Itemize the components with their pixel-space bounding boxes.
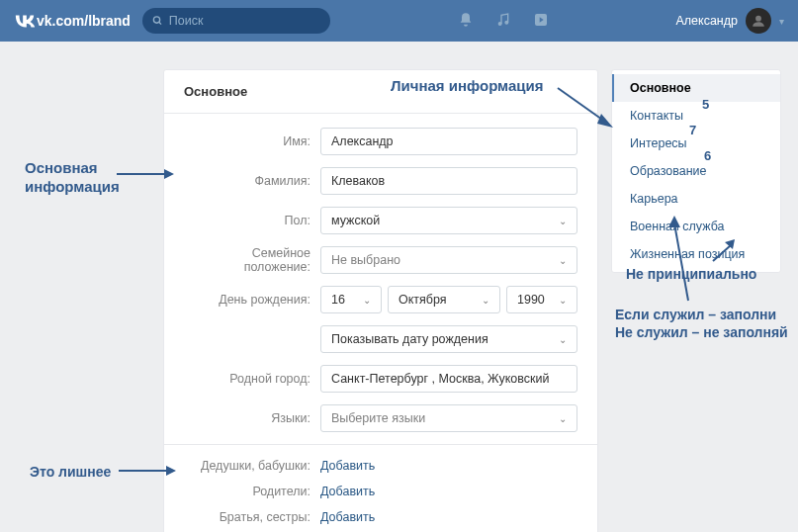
svg-point-2	[498, 22, 501, 25]
label-hometown: Родной город:	[184, 372, 320, 386]
main-form-card: Основное Имя: Фамилия: Пол: мужской ⌄	[163, 69, 598, 532]
sidebar-item-contacts[interactable]: Контакты	[612, 102, 780, 130]
label-languages: Языки:	[184, 411, 320, 425]
page-url: vk.com/lbrand	[37, 13, 131, 29]
sidebar-item-life-position[interactable]: Жизненная позиция	[612, 240, 780, 268]
select-marital[interactable]: Не выбрано ⌄	[320, 246, 577, 274]
svg-line-1	[159, 22, 161, 24]
bell-icon[interactable]	[458, 12, 474, 31]
play-icon[interactable]	[533, 12, 549, 31]
chevron-down-icon: ⌄	[559, 216, 567, 226]
header-username: Александр	[675, 14, 738, 28]
sidebar-item-interests[interactable]: Интересы	[612, 130, 780, 157]
anno-served: Если служил – заполни Не служил – не зап…	[615, 307, 788, 341]
top-header: vk.com/lbrand Александр ▾	[0, 0, 798, 42]
svg-point-0	[153, 17, 159, 23]
input-hometown[interactable]	[320, 365, 577, 393]
add-siblings-link[interactable]: Добавить	[320, 510, 375, 524]
vk-logo[interactable]: vk.com/lbrand	[14, 13, 131, 29]
header-user[interactable]: Александр ▾	[675, 8, 784, 34]
music-icon[interactable]	[495, 12, 511, 31]
label-siblings: Братья, сестры:	[184, 510, 320, 524]
sidebar-item-main[interactable]: Основное	[612, 74, 780, 102]
avatar	[746, 8, 771, 34]
search-box[interactable]	[142, 8, 330, 34]
sidebar-item-education[interactable]: Образование	[612, 157, 780, 185]
label-name: Имя:	[184, 134, 320, 148]
input-surname[interactable]	[320, 167, 577, 195]
select-dob-day[interactable]: 16⌄	[320, 286, 382, 313]
chevron-down-icon: ▾	[779, 16, 784, 27]
chevron-down-icon: ⌄	[559, 255, 567, 266]
label-parents: Родители:	[184, 485, 320, 498]
divider	[164, 444, 597, 445]
anno-main-info: Основная информация	[25, 159, 120, 197]
svg-point-3	[505, 21, 508, 24]
search-input[interactable]	[169, 14, 320, 28]
label-gender: Пол:	[184, 214, 320, 227]
label-grandparents: Дедушки, бабушки:	[184, 459, 320, 473]
label-marital: Семейное положение:	[184, 246, 320, 274]
sidebar-item-military[interactable]: Военная служба	[612, 213, 780, 240]
add-parents-link[interactable]: Добавить	[320, 485, 375, 498]
sidebar-item-career[interactable]: Карьера	[612, 185, 780, 213]
header-center-icons	[330, 12, 676, 31]
select-dob-visibility[interactable]: Показывать дату рождения⌄	[320, 325, 577, 353]
anno-extra: Это лишнее	[30, 464, 111, 480]
search-icon	[152, 15, 163, 27]
card-title: Основное	[164, 70, 597, 114]
select-dob-year[interactable]: 1990⌄	[506, 286, 577, 313]
svg-point-5	[755, 16, 761, 22]
select-gender[interactable]: мужской ⌄	[320, 207, 577, 234]
settings-sidebar: Основное Контакты Интересы Образование К…	[611, 69, 781, 273]
input-name[interactable]	[320, 128, 577, 155]
select-dob-month[interactable]: Октября⌄	[388, 286, 500, 313]
add-grandparents-link[interactable]: Добавить	[320, 459, 375, 473]
label-surname: Фамилия:	[184, 174, 320, 188]
select-languages[interactable]: Выберите языки⌄	[320, 404, 577, 432]
label-dob: День рождения:	[184, 293, 320, 307]
vk-logo-icon	[14, 14, 36, 28]
